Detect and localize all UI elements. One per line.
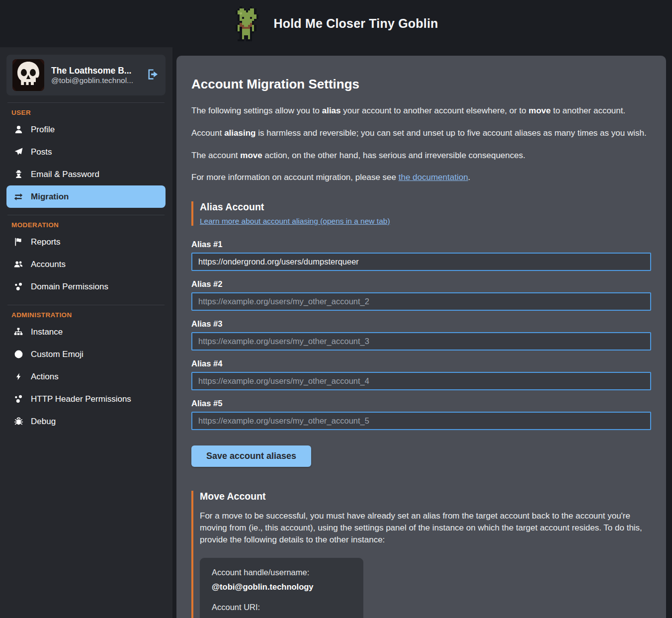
alias-1-field: Alias #1: [191, 240, 651, 271]
move-account-section: Move Account For a move to be successful…: [191, 491, 651, 618]
circle-nodes-icon: [13, 282, 23, 291]
instance-title: Hold Me Closer Tiny Goblin: [273, 16, 438, 31]
goblin-mascot-image: [234, 5, 262, 42]
intro-paragraph-1: The following settings allow you to alia…: [191, 105, 651, 117]
skull-avatar-image: [12, 59, 44, 91]
circle-nodes-icon: [13, 394, 23, 404]
account-handle-value: @tobi@goblin.technology: [212, 582, 351, 592]
header: Hold Me Closer Tiny Goblin: [0, 0, 672, 47]
user-handle: @tobi@goblin.technol...: [51, 76, 133, 85]
nav-section-label-moderation: MODERATION: [11, 221, 166, 229]
sidebar: The Loathsome B... @tobi@goblin.technol.…: [0, 47, 172, 618]
user-card[interactable]: The Loathsome B... @tobi@goblin.technol.…: [6, 55, 166, 95]
sidebar-item-migration[interactable]: Migration: [6, 185, 166, 208]
users-icon: [13, 260, 23, 269]
sidebar-item-accounts[interactable]: Accounts: [6, 253, 166, 275]
main-panel: Account Migration Settings The following…: [176, 56, 666, 618]
save-aliases-button[interactable]: Save account aliases: [191, 445, 311, 467]
documentation-link[interactable]: the documentation: [399, 173, 468, 182]
alias-3-input[interactable]: [191, 332, 651, 351]
exchange-arrows-icon: [13, 192, 23, 202]
alias-4-input[interactable]: [191, 372, 651, 390]
account-details-panel: Account handle/username: @tobi@goblin.te…: [200, 558, 363, 618]
alias-4-label: Alias #4: [191, 359, 651, 368]
alias-5-field: Alias #5: [191, 399, 651, 430]
bolt-icon: [13, 372, 23, 381]
sidebar-item-posts[interactable]: Posts: [6, 141, 166, 163]
account-uri-label: Account URI:: [212, 603, 351, 612]
sidebar-item-debug[interactable]: Debug: [6, 410, 166, 433]
alias-3-label: Alias #3: [191, 319, 651, 329]
divider: [7, 215, 165, 215]
nav-section-label-administration: ADMINISTRATION: [11, 311, 166, 319]
smiley-icon: [13, 350, 23, 359]
sign-out-icon: [146, 75, 160, 83]
nav-group-administration: ADMINISTRATION Instance Custom Emoji Act…: [6, 311, 166, 433]
sidebar-item-http-header-permissions[interactable]: HTTP Header Permissions: [6, 388, 166, 410]
intro-paragraph-4: For more information on account migratio…: [191, 172, 651, 183]
avatar: [12, 59, 44, 91]
move-section-title: Move Account: [200, 491, 651, 502]
nav-group-moderation: MODERATION Reports Accounts Domain Permi…: [6, 221, 166, 298]
divider: [7, 102, 165, 103]
sidebar-item-reports[interactable]: Reports: [6, 231, 166, 253]
alias-2-label: Alias #2: [191, 279, 651, 289]
alias-1-label: Alias #1: [191, 240, 651, 249]
alias-account-section-header: Alias Account Learn more about account a…: [191, 201, 651, 226]
alias-2-input[interactable]: [191, 292, 651, 311]
sidebar-item-domain-permissions[interactable]: Domain Permissions: [6, 275, 166, 298]
user-display-name: The Loathsome B...: [51, 66, 131, 76]
page-title: Account Migration Settings: [191, 77, 651, 92]
goblin-pixel-art: [234, 5, 262, 42]
sidebar-item-email-password[interactable]: Email & Password: [6, 163, 166, 185]
sidebar-item-actions[interactable]: Actions: [6, 365, 166, 388]
alias-5-label: Alias #5: [191, 399, 651, 408]
logout-button[interactable]: [146, 68, 160, 83]
account-handle-label: Account handle/username:: [212, 568, 351, 577]
alias-learn-more-link[interactable]: Learn more about account aliasing (opens…: [200, 217, 390, 225]
alias-1-input[interactable]: [191, 253, 651, 271]
nav-section-label-user: USER: [11, 109, 166, 116]
bug-icon: [13, 417, 23, 426]
sidebar-item-instance[interactable]: Instance: [6, 321, 166, 343]
alias-5-input[interactable]: [191, 412, 651, 430]
paper-plane-icon: [13, 147, 23, 157]
alias-2-field: Alias #2: [191, 279, 651, 311]
move-description: For a move to be successful, you must ha…: [200, 510, 651, 545]
alias-3-field: Alias #3: [191, 319, 651, 351]
intro-paragraph-3: The account move action, on the other ha…: [191, 150, 651, 162]
divider: [7, 305, 165, 305]
sidebar-item-custom-emoji[interactable]: Custom Emoji: [6, 343, 166, 365]
alias-4-field: Alias #4: [191, 359, 651, 390]
flag-icon: [13, 237, 23, 247]
user-secret-icon: [13, 170, 23, 179]
user-icon: [13, 125, 23, 134]
sidebar-item-profile[interactable]: Profile: [6, 118, 166, 141]
intro-paragraph-2: Account aliasing is harmless and reversi…: [191, 127, 651, 139]
sitemap-icon: [13, 327, 23, 337]
alias-section-title: Alias Account: [200, 201, 651, 213]
nav-group-user: USER Profile Posts Email & Password: [6, 109, 166, 208]
